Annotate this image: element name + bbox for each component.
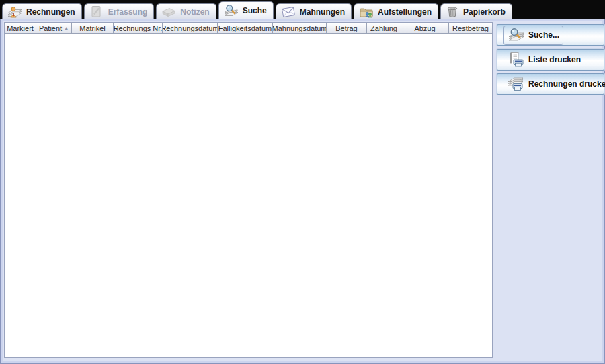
- button-content: Rechnungen drucken: [503, 74, 605, 94]
- column-header-mahnungsdatum[interactable]: Mahnungsdatum: [273, 23, 327, 34]
- column-header-markiert[interactable]: Markiert: [5, 23, 36, 34]
- list-printer-icon: [508, 52, 525, 68]
- column-header-rechnungs-nr[interactable]: Rechnungs Nr.: [114, 23, 163, 34]
- search-papers-icon: [223, 4, 239, 18]
- column-header-matrikel[interactable]: Matrikel: [72, 23, 114, 34]
- column-header-betrag[interactable]: Betrag: [327, 23, 367, 34]
- invoices-person-icon: [7, 5, 23, 19]
- print-invoices-button[interactable]: Rechnungen drucken: [497, 73, 604, 95]
- column-header-restbetrag[interactable]: Restbetrag: [449, 23, 492, 34]
- tab-label: Notizen: [180, 7, 209, 17]
- content-panel: Markiert Patient ▲ Matrikel Rechnungs Nr…: [3, 21, 602, 361]
- column-label: Fälligkeitsdatum: [218, 24, 272, 32]
- column-header-zahlung[interactable]: Zahlung: [367, 23, 401, 34]
- tab-papierkorb[interactable]: Papierkorb: [440, 3, 512, 19]
- column-header-abzug[interactable]: Abzug: [401, 23, 449, 34]
- folder-people-icon: [358, 5, 374, 19]
- column-label: Patient: [39, 24, 62, 32]
- tab-mahnungen[interactable]: Mahnungen: [276, 3, 352, 19]
- table-header-row: Markiert Patient ▲ Matrikel Rechnungs Nr…: [5, 23, 492, 34]
- invoices-printer-icon: [508, 76, 525, 92]
- column-label: Zahlung: [370, 24, 397, 32]
- tab-erfassung: Erfassung: [84, 3, 155, 19]
- tab-label: Papierkorb: [463, 7, 506, 17]
- main-area: Markiert Patient ▲ Matrikel Rechnungs Nr…: [0, 19, 605, 364]
- tab-bar: Rechnungen Erfassung Notizen: [0, 0, 605, 19]
- tab-label: Aufstellungen: [378, 7, 432, 17]
- column-header-faelligkeitsdatum[interactable]: Fälligkeitsdatum: [218, 23, 273, 34]
- tab-label: Suche: [243, 6, 267, 15]
- note-pencil-icon: [89, 5, 105, 19]
- column-header-patient[interactable]: Patient ▲: [36, 23, 72, 34]
- print-list-button[interactable]: Liste drucken: [497, 49, 604, 71]
- column-label: Restbetrag: [452, 24, 489, 32]
- trash-icon: [445, 5, 460, 19]
- column-label: Rechnungsdatum: [163, 24, 218, 32]
- column-label: Mahnungsdatum: [273, 24, 327, 32]
- tab-label: Erfassung: [108, 7, 148, 17]
- column-label: Abzug: [414, 24, 435, 32]
- button-content: Liste drucken: [503, 50, 585, 70]
- column-label: Betrag: [335, 24, 357, 32]
- search-button-label: Suche...: [528, 30, 559, 40]
- tab-label: Rechnungen: [26, 7, 75, 17]
- action-panel: Suche...: [495, 21, 602, 361]
- table-body-empty: [5, 34, 492, 357]
- notes-stack-icon: [161, 5, 177, 19]
- tab-aufstellungen[interactable]: Aufstellungen: [354, 3, 438, 19]
- column-label: Matrikel: [79, 24, 106, 32]
- tab-label: Mahnungen: [300, 7, 345, 17]
- tab-notizen: Notizen: [156, 3, 216, 19]
- search-papers-icon: [508, 28, 525, 43]
- tab-rechnungen[interactable]: Rechnungen: [2, 3, 82, 19]
- envelope-icon: [280, 5, 296, 19]
- column-label: Markiert: [7, 24, 34, 32]
- tab-suche[interactable]: Suche: [218, 1, 274, 19]
- column-header-rechnungsdatum[interactable]: Rechnungsdatum: [163, 23, 218, 34]
- button-content: Suche...: [503, 26, 563, 45]
- print-list-button-label: Liste drucken: [528, 55, 581, 64]
- search-button[interactable]: Suche...: [497, 24, 604, 46]
- sort-ascending-icon: ▲: [64, 26, 69, 30]
- invoice-table: Markiert Patient ▲ Matrikel Rechnungs Nr…: [4, 22, 493, 358]
- column-label: Rechnungs Nr.: [114, 24, 162, 32]
- application-window: Rechnungen Erfassung Notizen: [0, 0, 605, 364]
- print-invoices-button-label: Rechnungen drucken: [528, 79, 605, 89]
